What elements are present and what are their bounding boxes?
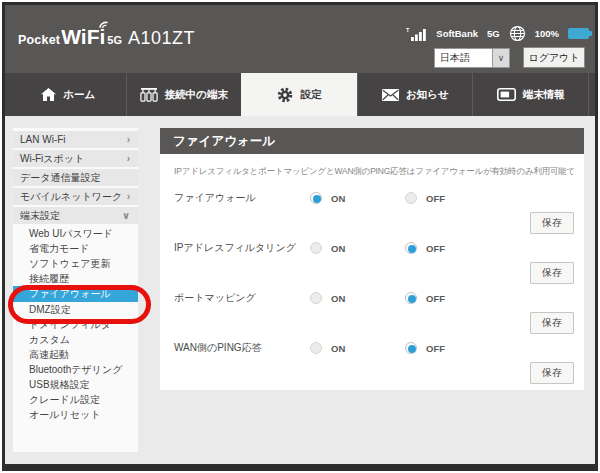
sidebar-item-usb-standard[interactable]: USB規格設定 <box>13 377 138 392</box>
sidebar-item-domain-filter[interactable]: ドメインフィルタ <box>13 317 138 332</box>
tab-connected-devices[interactable]: 接続中の端末 <box>126 73 242 116</box>
radio-option-on[interactable]: ON <box>310 192 405 204</box>
tab-label: 接続中の端末 <box>165 88 228 102</box>
sidebar-item-data-usage[interactable]: データ通信量設定 <box>13 169 138 186</box>
chevron-right-icon: › <box>127 153 130 164</box>
radio-button-off[interactable] <box>405 292 417 304</box>
network-type-label: 5G <box>487 28 500 39</box>
sidebar-item-power-save[interactable]: 省電力モード <box>13 241 138 256</box>
firewall-note: IPアドレスフィルタとポートマッピングとWAN側のPING応答はファイアウォール… <box>174 166 574 178</box>
gear-icon <box>277 87 293 103</box>
save-button[interactable]: 保存 <box>530 362 574 384</box>
chevron-right-icon: › <box>127 191 130 202</box>
sidebar-item-webui-password[interactable]: Web UIパスワード <box>13 226 138 241</box>
radio-button-off[interactable] <box>405 242 417 254</box>
sidebar-item-label: データ通信量設定 <box>20 171 100 185</box>
home-icon <box>41 88 56 101</box>
language-select[interactable]: 日本語 ∨ <box>434 48 510 68</box>
sidebar-item-custom[interactable]: カスタム <box>13 332 138 347</box>
sidebar-item-software-update[interactable]: ソフトウェア更新 <box>13 256 138 271</box>
tab-label: 端末情報 <box>523 88 565 102</box>
radio-on-label: ON <box>331 193 345 204</box>
status-bar: T SoftBank 5G 100% <box>406 25 589 42</box>
setting-label: IPアドレスフィルタリング <box>174 241 310 255</box>
radio-off-label: OFF <box>426 343 445 354</box>
save-button[interactable]: 保存 <box>530 262 574 284</box>
radio-button-on[interactable] <box>310 292 322 304</box>
setting-block-firewall: ファイアウォール ON OFF 保存 <box>174 190 574 230</box>
setting-block-ip-filter: IPアドレスフィルタリング ON OFF 保存 <box>174 240 574 280</box>
setting-label: ファイアウォール <box>174 191 310 205</box>
sidebar-item-label: モバイルネットワーク <box>20 190 122 204</box>
sidebar-item-cradle[interactable]: クレードル設定 <box>13 392 138 407</box>
battery-icon <box>568 28 589 39</box>
sidebar-item-firewall[interactable]: ファイアウォール <box>13 286 138 302</box>
save-button[interactable]: 保存 <box>530 212 574 234</box>
radio-option-on[interactable]: ON <box>310 292 405 304</box>
sidebar-item-all-reset[interactable]: オールリセット <box>13 407 138 422</box>
radio-button-off[interactable] <box>405 342 417 354</box>
radio-on-label: ON <box>331 293 345 304</box>
tab-device-info[interactable]: 端末情報 <box>472 73 589 116</box>
svg-text:T: T <box>406 27 410 33</box>
radio-on-label: ON <box>331 343 345 354</box>
radio-option-off[interactable]: OFF <box>405 342 445 354</box>
setting-block-wan-ping: WAN側のPING応答 ON OFF 保存 <box>174 340 574 380</box>
radio-option-on[interactable]: ON <box>310 342 405 354</box>
tab-settings[interactable]: 設定 <box>241 73 357 116</box>
header: PocketWiFi5GA101ZT T SoftBank 5G 100% 日本… <box>5 5 595 73</box>
sidebar-item-bluetooth-tethering[interactable]: Bluetoothテザリング <box>13 362 138 377</box>
radio-option-off[interactable]: OFF <box>405 292 445 304</box>
connected-devices-icon <box>140 87 158 102</box>
save-button[interactable]: 保存 <box>530 312 574 334</box>
carrier-label: SoftBank <box>436 28 478 39</box>
signal-strength-icon: T <box>406 27 427 41</box>
sidebar-item-mobile-network[interactable]: モバイルネットワーク› <box>13 188 138 205</box>
mail-icon <box>382 89 399 101</box>
sidebar-item-label: LAN Wi-Fi <box>20 134 66 145</box>
tab-home[interactable]: ホーム <box>11 73 126 116</box>
sidebar-item-wifi-spot[interactable]: Wi-Fiスポット› <box>13 150 138 167</box>
battery-percent-label: 100% <box>535 28 559 39</box>
logo-pocket: Pocket <box>18 33 60 47</box>
panel-body: IPアドレスフィルタとポートマッピングとWAN側のPING応答はファイアウォール… <box>160 154 584 380</box>
setting-block-port-mapping: ポートマッピング ON OFF 保存 <box>174 290 574 330</box>
sidebar-item-dmz[interactable]: DMZ設定 <box>13 302 138 317</box>
pocket-wifi-logo: PocketWiFi5GA101ZT <box>18 25 195 49</box>
radio-on-label: ON <box>331 243 345 254</box>
tab-label: 設定 <box>300 88 321 102</box>
sidebar-item-connection-history[interactable]: 接続履歴 <box>13 271 138 286</box>
main-nav: ホーム 接続中の端末 設定 お知らせ 端末情報 <box>5 73 595 116</box>
radio-option-off[interactable]: OFF <box>405 192 445 204</box>
sidebar-item-label: 端末設定 <box>20 209 60 223</box>
setting-label: WAN側のPING応答 <box>174 341 310 355</box>
chevron-right-icon: › <box>127 134 130 145</box>
radio-option-off[interactable]: OFF <box>405 242 445 254</box>
sidebar-item-fast-boot[interactable]: 高速起動 <box>13 347 138 362</box>
router-admin-page: PocketWiFi5GA101ZT T SoftBank 5G 100% 日本… <box>2 2 598 471</box>
tab-notifications[interactable]: お知らせ <box>357 73 473 116</box>
sidebar-item-lan-wifi[interactable]: LAN Wi-Fi› <box>13 131 138 148</box>
setting-label: ポートマッピング <box>174 291 310 305</box>
logo-wifi: WiFi <box>61 25 105 49</box>
language-select-value: 日本語 <box>435 49 492 67</box>
logo-5g: 5G <box>107 34 122 46</box>
settings-sidebar: LAN Wi-Fi› Wi-Fiスポット› データ通信量設定 モバイルネットワー… <box>13 128 138 452</box>
radio-button-on[interactable] <box>310 242 322 254</box>
logout-button[interactable]: ログアウト <box>523 47 585 68</box>
header-controls: 日本語 ∨ ログアウト <box>434 47 585 68</box>
panel-title: ファイアウォール <box>160 128 584 154</box>
tab-label: お知らせ <box>406 88 449 102</box>
device-info-icon <box>497 88 516 101</box>
radio-off-label: OFF <box>426 293 445 304</box>
radio-off-label: OFF <box>426 243 445 254</box>
radio-option-on[interactable]: ON <box>310 242 405 254</box>
radio-button-off[interactable] <box>405 192 417 204</box>
tab-label: ホーム <box>63 88 95 102</box>
chevron-down-icon: ∨ <box>492 49 509 67</box>
firewall-panel: ファイアウォール IPアドレスフィルタとポートマッピングとWAN側のPING応答… <box>160 128 584 390</box>
radio-button-on[interactable] <box>310 342 322 354</box>
content-area: LAN Wi-Fi› Wi-Fiスポット› データ通信量設定 モバイルネットワー… <box>5 116 595 464</box>
sidebar-item-device-settings[interactable]: 端末設定∨ <box>13 207 138 224</box>
radio-button-on[interactable] <box>310 192 322 204</box>
